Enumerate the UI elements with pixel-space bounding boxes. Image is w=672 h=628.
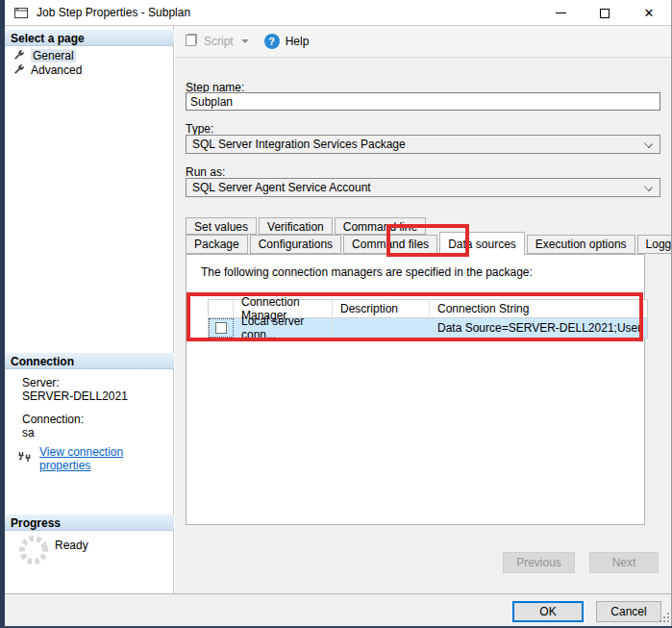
sidebar-item-general[interactable]: General bbox=[7, 48, 170, 63]
view-connection-properties-row: View connection properties bbox=[16, 445, 173, 472]
column-header-description: Description bbox=[333, 300, 430, 317]
progress-status: Ready bbox=[55, 539, 88, 552]
tab-command-files[interactable]: Command files bbox=[343, 235, 437, 254]
progress-section-header: Progress bbox=[5, 515, 174, 531]
wrench-icon bbox=[12, 63, 25, 76]
row-checkbox[interactable] bbox=[215, 322, 227, 334]
help-icon: ? bbox=[264, 34, 280, 49]
toolbar: Script ? Help bbox=[175, 26, 671, 58]
next-button[interactable]: Next bbox=[589, 552, 659, 573]
close-button[interactable]: ✕ bbox=[627, 0, 671, 26]
chevron-down-icon bbox=[644, 183, 653, 191]
footer-bar: OK Cancel bbox=[5, 593, 672, 626]
script-button[interactable]: Script bbox=[184, 33, 249, 51]
tab-execution-options[interactable]: Execution options bbox=[527, 235, 635, 254]
progress-spinner-icon bbox=[16, 533, 51, 570]
dialog-icon bbox=[13, 6, 29, 20]
step-name-input[interactable] bbox=[186, 92, 660, 111]
tab-data-sources[interactable]: Data sources bbox=[439, 232, 525, 255]
column-header-connection-string: Connection String bbox=[430, 300, 645, 317]
cell-description bbox=[333, 318, 430, 338]
previous-button[interactable]: Previous bbox=[503, 552, 575, 573]
close-icon: ✕ bbox=[644, 7, 655, 19]
data-sources-tab-panel: The following connection managers are sp… bbox=[186, 254, 645, 525]
run-as-select[interactable]: SQL Server Agent Service Account bbox=[186, 178, 660, 197]
script-icon bbox=[184, 33, 199, 51]
sidebar: Select a page General Advanced Connectio… bbox=[5, 26, 174, 593]
maximize-icon bbox=[600, 9, 610, 18]
minimize-button[interactable] bbox=[538, 0, 583, 26]
left-edge-strip bbox=[0, 0, 5, 628]
cell-connection-string: Data Source=SERVER-DELL2021;User ... bbox=[430, 318, 645, 338]
maximize-button[interactable] bbox=[583, 0, 627, 26]
help-button[interactable]: ? Help bbox=[264, 34, 310, 49]
sidebar-item-label: Advanced bbox=[31, 63, 82, 77]
type-select[interactable]: SQL Server Integration Services Package bbox=[186, 135, 660, 154]
title-bar: Job Step Properties - Subplan ✕ bbox=[5, 0, 672, 26]
main-panel: Script ? Help Step name: Type: SQL Serve… bbox=[175, 26, 672, 593]
tab-logging[interactable]: Logging bbox=[637, 235, 672, 254]
help-label: Help bbox=[286, 35, 310, 48]
run-as-label: Run as: bbox=[186, 165, 225, 179]
sidebar-item-label: General bbox=[31, 49, 76, 63]
view-connection-properties-link[interactable]: View connection properties bbox=[39, 445, 173, 472]
wrench-icon bbox=[12, 49, 25, 62]
tab-row-1: Set values Verification Command line bbox=[186, 217, 428, 235]
tab-configurations[interactable]: Configurations bbox=[250, 235, 341, 254]
row-checkbox-cell bbox=[209, 318, 234, 338]
resize-grip[interactable] bbox=[660, 613, 669, 622]
cancel-button[interactable]: Cancel bbox=[596, 601, 661, 622]
chevron-down-icon bbox=[644, 139, 653, 148]
table-row[interactable]: Local server conn... Data Source=SERVER-… bbox=[209, 318, 647, 338]
window-title: Job Step Properties - Subplan bbox=[37, 6, 190, 19]
connection-section-header: Connection bbox=[5, 353, 174, 369]
tab-row-2: Package Configurations Command files Dat… bbox=[186, 235, 672, 255]
tab-command-line[interactable]: Command line bbox=[335, 217, 426, 235]
tab-verification[interactable]: Verification bbox=[259, 217, 333, 235]
ok-button[interactable]: OK bbox=[512, 601, 584, 622]
type-label: Type: bbox=[186, 122, 213, 136]
connection-label: Connection: bbox=[22, 413, 84, 426]
tab-package[interactable]: Package bbox=[186, 235, 248, 254]
minimize-icon bbox=[556, 13, 566, 13]
connection-value: sa bbox=[22, 426, 35, 440]
server-value: SERVER-DELL2021 bbox=[22, 389, 128, 403]
connection-properties-icon bbox=[16, 450, 33, 468]
type-selected-value: SQL Server Integration Services Package bbox=[192, 138, 406, 151]
job-step-properties-dialog: Job Step Properties - Subplan ✕ Select a… bbox=[0, 0, 672, 628]
connection-managers-table: Connection Manager Description Connectio… bbox=[208, 299, 648, 339]
panel-description: The following connection managers are sp… bbox=[201, 265, 533, 279]
server-label: Server: bbox=[22, 376, 60, 389]
tab-set-values[interactable]: Set values bbox=[186, 217, 257, 235]
script-dropdown-icon[interactable] bbox=[241, 39, 249, 43]
script-label: Script bbox=[204, 35, 234, 48]
cell-connection-manager: Local server conn... bbox=[234, 318, 333, 338]
header-checkbox-spacer bbox=[209, 300, 234, 317]
select-a-page-header: Select a page bbox=[5, 30, 174, 46]
run-as-selected-value: SQL Server Agent Service Account bbox=[192, 181, 371, 194]
sidebar-item-advanced[interactable]: Advanced bbox=[7, 63, 170, 77]
